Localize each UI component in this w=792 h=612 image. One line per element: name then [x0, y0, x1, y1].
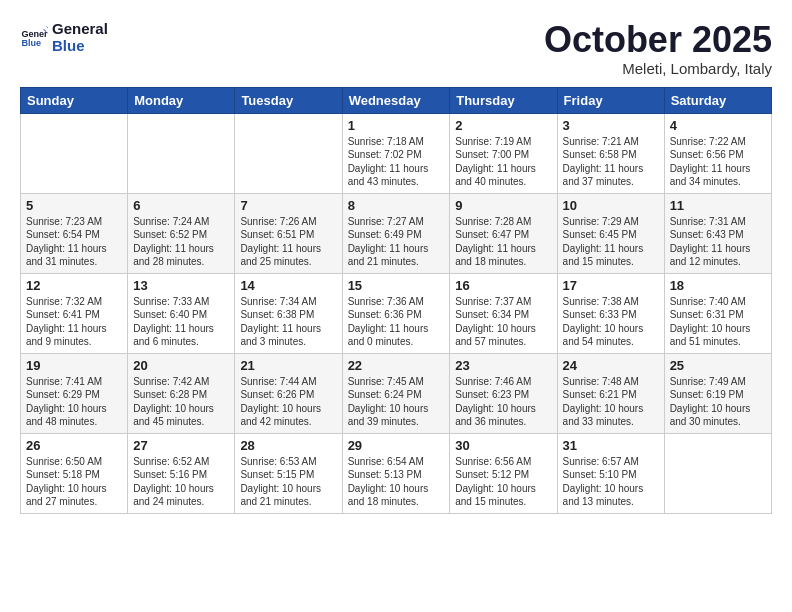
day-info: Sunrise: 7:19 AM Sunset: 7:00 PM Dayligh…: [455, 135, 551, 189]
day-info: Sunrise: 7:38 AM Sunset: 6:33 PM Dayligh…: [563, 295, 659, 349]
day-info: Sunrise: 6:54 AM Sunset: 5:13 PM Dayligh…: [348, 455, 445, 509]
day-info: Sunrise: 7:36 AM Sunset: 6:36 PM Dayligh…: [348, 295, 445, 349]
day-number: 30: [455, 438, 551, 453]
calendar-cell: 3Sunrise: 7:21 AM Sunset: 6:58 PM Daylig…: [557, 113, 664, 193]
day-number: 6: [133, 198, 229, 213]
day-number: 18: [670, 278, 766, 293]
weekday-header-row: SundayMondayTuesdayWednesdayThursdayFrid…: [21, 87, 772, 113]
weekday-header-monday: Monday: [128, 87, 235, 113]
weekday-header-wednesday: Wednesday: [342, 87, 450, 113]
calendar-cell: 17Sunrise: 7:38 AM Sunset: 6:33 PM Dayli…: [557, 273, 664, 353]
calendar-week-row: 5Sunrise: 7:23 AM Sunset: 6:54 PM Daylig…: [21, 193, 772, 273]
calendar-cell: 15Sunrise: 7:36 AM Sunset: 6:36 PM Dayli…: [342, 273, 450, 353]
calendar-cell: 20Sunrise: 7:42 AM Sunset: 6:28 PM Dayli…: [128, 353, 235, 433]
calendar-cell: 23Sunrise: 7:46 AM Sunset: 6:23 PM Dayli…: [450, 353, 557, 433]
day-info: Sunrise: 7:32 AM Sunset: 6:41 PM Dayligh…: [26, 295, 122, 349]
svg-text:Blue: Blue: [21, 38, 41, 48]
day-number: 23: [455, 358, 551, 373]
day-number: 8: [348, 198, 445, 213]
title-block: October 2025 Meleti, Lombardy, Italy: [544, 20, 772, 77]
day-info: Sunrise: 7:28 AM Sunset: 6:47 PM Dayligh…: [455, 215, 551, 269]
day-number: 13: [133, 278, 229, 293]
day-number: 3: [563, 118, 659, 133]
day-number: 21: [240, 358, 336, 373]
day-info: Sunrise: 7:42 AM Sunset: 6:28 PM Dayligh…: [133, 375, 229, 429]
day-number: 19: [26, 358, 122, 373]
day-info: Sunrise: 6:52 AM Sunset: 5:16 PM Dayligh…: [133, 455, 229, 509]
month-title: October 2025: [544, 20, 772, 60]
calendar-cell: 9Sunrise: 7:28 AM Sunset: 6:47 PM Daylig…: [450, 193, 557, 273]
day-number: 16: [455, 278, 551, 293]
day-number: 27: [133, 438, 229, 453]
day-number: 28: [240, 438, 336, 453]
day-info: Sunrise: 7:29 AM Sunset: 6:45 PM Dayligh…: [563, 215, 659, 269]
day-info: Sunrise: 6:53 AM Sunset: 5:15 PM Dayligh…: [240, 455, 336, 509]
day-number: 20: [133, 358, 229, 373]
day-number: 7: [240, 198, 336, 213]
day-number: 10: [563, 198, 659, 213]
calendar-cell: 1Sunrise: 7:18 AM Sunset: 7:02 PM Daylig…: [342, 113, 450, 193]
day-info: Sunrise: 6:57 AM Sunset: 5:10 PM Dayligh…: [563, 455, 659, 509]
day-info: Sunrise: 7:37 AM Sunset: 6:34 PM Dayligh…: [455, 295, 551, 349]
calendar-cell: 10Sunrise: 7:29 AM Sunset: 6:45 PM Dayli…: [557, 193, 664, 273]
calendar-cell: [235, 113, 342, 193]
day-info: Sunrise: 6:56 AM Sunset: 5:12 PM Dayligh…: [455, 455, 551, 509]
logo-icon: General Blue: [20, 23, 48, 51]
calendar-cell: 16Sunrise: 7:37 AM Sunset: 6:34 PM Dayli…: [450, 273, 557, 353]
weekday-header-tuesday: Tuesday: [235, 87, 342, 113]
calendar-cell: 27Sunrise: 6:52 AM Sunset: 5:16 PM Dayli…: [128, 433, 235, 513]
day-number: 2: [455, 118, 551, 133]
day-info: Sunrise: 7:49 AM Sunset: 6:19 PM Dayligh…: [670, 375, 766, 429]
day-info: Sunrise: 7:41 AM Sunset: 6:29 PM Dayligh…: [26, 375, 122, 429]
logo: General Blue General Blue: [20, 20, 108, 54]
calendar-cell: 8Sunrise: 7:27 AM Sunset: 6:49 PM Daylig…: [342, 193, 450, 273]
calendar-cell: 14Sunrise: 7:34 AM Sunset: 6:38 PM Dayli…: [235, 273, 342, 353]
calendar-cell: 5Sunrise: 7:23 AM Sunset: 6:54 PM Daylig…: [21, 193, 128, 273]
calendar-cell: [664, 433, 771, 513]
calendar-cell: 29Sunrise: 6:54 AM Sunset: 5:13 PM Dayli…: [342, 433, 450, 513]
weekday-header-thursday: Thursday: [450, 87, 557, 113]
location: Meleti, Lombardy, Italy: [544, 60, 772, 77]
day-info: Sunrise: 7:45 AM Sunset: 6:24 PM Dayligh…: [348, 375, 445, 429]
day-info: Sunrise: 7:31 AM Sunset: 6:43 PM Dayligh…: [670, 215, 766, 269]
calendar-cell: 13Sunrise: 7:33 AM Sunset: 6:40 PM Dayli…: [128, 273, 235, 353]
calendar-cell: [21, 113, 128, 193]
day-info: Sunrise: 7:21 AM Sunset: 6:58 PM Dayligh…: [563, 135, 659, 189]
day-number: 26: [26, 438, 122, 453]
day-number: 4: [670, 118, 766, 133]
weekday-header-friday: Friday: [557, 87, 664, 113]
calendar-cell: 26Sunrise: 6:50 AM Sunset: 5:18 PM Dayli…: [21, 433, 128, 513]
calendar-week-row: 1Sunrise: 7:18 AM Sunset: 7:02 PM Daylig…: [21, 113, 772, 193]
day-number: 24: [563, 358, 659, 373]
calendar-week-row: 26Sunrise: 6:50 AM Sunset: 5:18 PM Dayli…: [21, 433, 772, 513]
day-info: Sunrise: 7:44 AM Sunset: 6:26 PM Dayligh…: [240, 375, 336, 429]
calendar-week-row: 19Sunrise: 7:41 AM Sunset: 6:29 PM Dayli…: [21, 353, 772, 433]
day-number: 1: [348, 118, 445, 133]
calendar-cell: 18Sunrise: 7:40 AM Sunset: 6:31 PM Dayli…: [664, 273, 771, 353]
weekday-header-sunday: Sunday: [21, 87, 128, 113]
calendar-cell: 30Sunrise: 6:56 AM Sunset: 5:12 PM Dayli…: [450, 433, 557, 513]
day-number: 14: [240, 278, 336, 293]
calendar-cell: 6Sunrise: 7:24 AM Sunset: 6:52 PM Daylig…: [128, 193, 235, 273]
day-number: 17: [563, 278, 659, 293]
day-info: Sunrise: 7:24 AM Sunset: 6:52 PM Dayligh…: [133, 215, 229, 269]
day-info: Sunrise: 7:27 AM Sunset: 6:49 PM Dayligh…: [348, 215, 445, 269]
calendar-cell: 19Sunrise: 7:41 AM Sunset: 6:29 PM Dayli…: [21, 353, 128, 433]
calendar-table: SundayMondayTuesdayWednesdayThursdayFrid…: [20, 87, 772, 514]
calendar-cell: 7Sunrise: 7:26 AM Sunset: 6:51 PM Daylig…: [235, 193, 342, 273]
calendar-cell: 25Sunrise: 7:49 AM Sunset: 6:19 PM Dayli…: [664, 353, 771, 433]
calendar-cell: 2Sunrise: 7:19 AM Sunset: 7:00 PM Daylig…: [450, 113, 557, 193]
weekday-header-saturday: Saturday: [664, 87, 771, 113]
page-header: General Blue General Blue October 2025 M…: [20, 20, 772, 77]
day-number: 12: [26, 278, 122, 293]
day-info: Sunrise: 7:26 AM Sunset: 6:51 PM Dayligh…: [240, 215, 336, 269]
logo-general: General: [52, 20, 108, 37]
day-number: 25: [670, 358, 766, 373]
calendar-cell: [128, 113, 235, 193]
day-number: 15: [348, 278, 445, 293]
day-number: 29: [348, 438, 445, 453]
day-info: Sunrise: 6:50 AM Sunset: 5:18 PM Dayligh…: [26, 455, 122, 509]
day-info: Sunrise: 7:46 AM Sunset: 6:23 PM Dayligh…: [455, 375, 551, 429]
day-info: Sunrise: 7:22 AM Sunset: 6:56 PM Dayligh…: [670, 135, 766, 189]
calendar-cell: 4Sunrise: 7:22 AM Sunset: 6:56 PM Daylig…: [664, 113, 771, 193]
